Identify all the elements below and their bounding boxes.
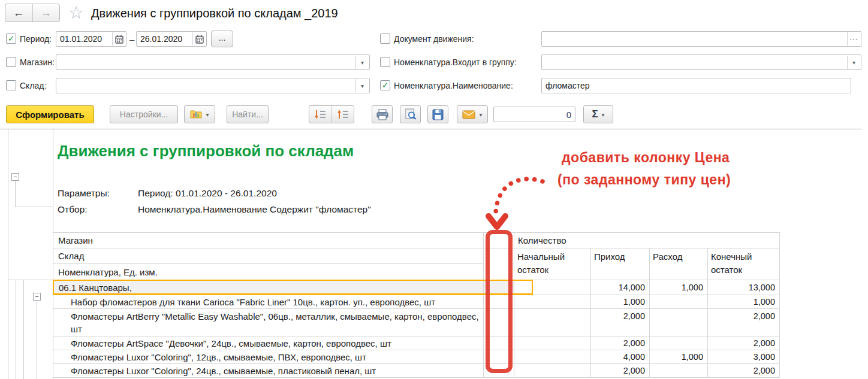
period-dash: – — [129, 34, 134, 44]
dropdown-button[interactable]: ▾ — [355, 56, 369, 69]
nomenclature-cell[interactable]: Фломастеры ArtBerry "Metallic Easy Washa… — [53, 309, 484, 336]
selection-label: Отбор: — [58, 204, 88, 215]
table-row[interactable]: Фломастеры ArtBerry "Metallic Easy Washa… — [53, 309, 780, 336]
nomenclature-cell[interactable]: Фломастеры Luxor "Coloring", 24цв., смыв… — [53, 364, 484, 378]
opening-balance-cell[interactable] — [514, 309, 591, 336]
check-icon: ✓ — [8, 34, 15, 43]
warehouse-combobox[interactable]: ▾ — [56, 78, 370, 93]
income-cell[interactable]: 14,000 — [591, 280, 650, 295]
document-checkbox[interactable]: ✓ — [380, 34, 390, 44]
opening-balance-cell[interactable] — [514, 336, 591, 350]
column-header-warehouse[interactable]: Склад — [53, 248, 483, 264]
dropdown-button[interactable]: ▾ — [355, 79, 369, 92]
settings-button[interactable]: Настройки... — [110, 105, 178, 123]
closing-balance-cell[interactable]: 2,000 — [708, 336, 780, 350]
closing-balance-cell[interactable]: 2,000 — [708, 309, 780, 336]
closing-balance-cell[interactable]: 2,000 — [708, 364, 780, 378]
nomenclature-cell[interactable]: Фломастеры Luxor "Coloring", 12цв., смыв… — [53, 350, 484, 364]
closing-balance-cell[interactable]: 1,000 — [708, 295, 780, 309]
opening-balance-cell[interactable] — [514, 350, 591, 364]
store-checkbox[interactable]: ✓ — [6, 57, 16, 67]
save-button[interactable] — [427, 105, 448, 123]
expense-cell[interactable]: 1,000 — [650, 350, 708, 364]
forward-arrow-icon: → — [40, 7, 52, 20]
nomenclature-group-label: Номенклатура.Входит в группу: — [394, 54, 517, 70]
sort-descending-button[interactable] — [309, 106, 331, 123]
report-window: ← → ☆ Движения с группировкой по складам… — [0, 0, 868, 379]
chevron-down-icon: ▾ — [602, 111, 605, 118]
nomenclature-cell[interactable]: Фломастеры ArtSpace "Девочки", 24цв., см… — [53, 336, 484, 350]
back-button[interactable]: ← — [5, 4, 33, 22]
document-more-button[interactable]: ... — [847, 32, 860, 46]
forward-button[interactable]: → — [33, 4, 60, 22]
nomenclature-name-value: фломастер — [545, 81, 590, 90]
table-row[interactable]: Фломастеры Luxor "Coloring", 12цв., смыв… — [53, 350, 780, 364]
expense-cell[interactable]: 1,000 — [650, 280, 708, 295]
print-button[interactable] — [372, 105, 393, 123]
expense-cell[interactable] — [650, 309, 708, 336]
period-to-value: 26.01.2020 — [140, 34, 182, 44]
favorite-star-icon[interactable]: ☆ — [66, 2, 86, 23]
expense-cell[interactable] — [650, 336, 708, 350]
period-to-input[interactable]: 26.01.2020 — [136, 31, 207, 47]
income-cell[interactable]: 2,000 — [591, 336, 650, 350]
period-checkbox[interactable]: ✓ — [6, 34, 16, 44]
table-row[interactable]: Фломастеры ArtSpace "Девочки", 24цв., см… — [53, 336, 780, 350]
toolbar-separator — [0, 129, 861, 129]
sigma-icon: Σ — [592, 108, 598, 120]
group-bracket-line — [8, 280, 53, 280]
nomenclature-name-input[interactable]: фломастер — [541, 78, 851, 93]
dropdown-button[interactable]: ▾ — [847, 56, 860, 69]
report-table: Магазин Количество Склад Номенклатура, Е… — [53, 232, 780, 378]
calendar-icon[interactable] — [192, 32, 206, 46]
sum-function-button[interactable]: Σ ▾ — [583, 105, 613, 123]
table-row[interactable]: Фломастеры Luxor "Coloring", 24цв., смыв… — [53, 364, 780, 378]
preview-button[interactable] — [400, 105, 421, 123]
column-header-income[interactable]: Приход — [591, 248, 650, 280]
income-cell[interactable]: 4,000 — [591, 350, 650, 364]
warehouse-checkbox[interactable]: ✓ — [6, 80, 16, 90]
collapse-group-button[interactable]: − — [33, 293, 41, 301]
send-mail-button[interactable]: ▾ — [457, 105, 488, 123]
table-row[interactable]: Набор фломастеров для ткани Carioca "Fab… — [53, 295, 780, 309]
opening-balance-cell[interactable] — [514, 364, 591, 378]
table-row[interactable]: 06.1 Канцтовары,14,0001,00013,000 — [53, 280, 780, 295]
income-cell[interactable]: 1,000 — [591, 295, 650, 309]
column-header-closing-balance[interactable]: Конечный остаток — [708, 248, 780, 280]
report-table-body: 06.1 Канцтовары,14,0001,00013,000Набор ф… — [53, 280, 780, 378]
income-cell[interactable]: 2,000 — [591, 309, 650, 336]
calendar-icon[interactable] — [112, 32, 125, 46]
nomenclature-name-checkbox[interactable]: ✓ — [380, 80, 390, 90]
nomenclature-cell[interactable]: Набор фломастеров для ткани Carioca "Fab… — [53, 295, 484, 309]
expense-cell[interactable] — [650, 364, 708, 378]
document-input[interactable]: ... — [541, 31, 861, 47]
period-label: Период: — [20, 31, 52, 47]
period-variants-button[interactable]: ... — [211, 31, 233, 47]
closing-balance-cell[interactable]: 13,000 — [708, 280, 780, 295]
parameters-label: Параметры: — [58, 188, 110, 199]
opening-balance-cell[interactable] — [514, 280, 591, 295]
column-header-opening-balance[interactable]: Начальный остаток — [514, 248, 591, 280]
envelope-icon — [462, 110, 475, 119]
store-combobox[interactable]: ▾ — [56, 54, 370, 70]
group-bracket-line — [37, 301, 37, 379]
nomenclature-group-combobox[interactable]: ▾ — [541, 54, 861, 70]
opening-balance-cell[interactable] — [514, 295, 591, 309]
column-header-store[interactable]: Магазин — [53, 233, 484, 248]
column-header-nomenclature[interactable]: Номенклатура, Ед. изм. — [53, 264, 483, 280]
period-from-input[interactable]: 01.01.2020 — [56, 31, 126, 47]
collapse-group-button[interactable]: − — [11, 173, 19, 181]
check-icon: ✓ — [382, 81, 389, 89]
closing-balance-cell[interactable]: 3,000 — [708, 350, 780, 364]
autosum-field[interactable]: 0 — [493, 107, 575, 122]
sort-ascending-button[interactable] — [331, 106, 354, 123]
report-variants-button[interactable]: ▾ — [184, 105, 215, 123]
expense-cell[interactable] — [650, 295, 708, 309]
generate-report-button[interactable]: Сформировать — [6, 105, 94, 123]
income-cell[interactable]: 2,000 — [591, 364, 650, 378]
chevron-down-icon: ▾ — [361, 83, 364, 89]
column-header-expense[interactable]: Расход — [650, 248, 708, 280]
nomenclature-cell[interactable]: 06.1 Канцтовары, — [53, 280, 484, 295]
find-button[interactable]: Найти... — [227, 105, 269, 123]
nomenclature-group-checkbox[interactable]: ✓ — [380, 57, 390, 67]
